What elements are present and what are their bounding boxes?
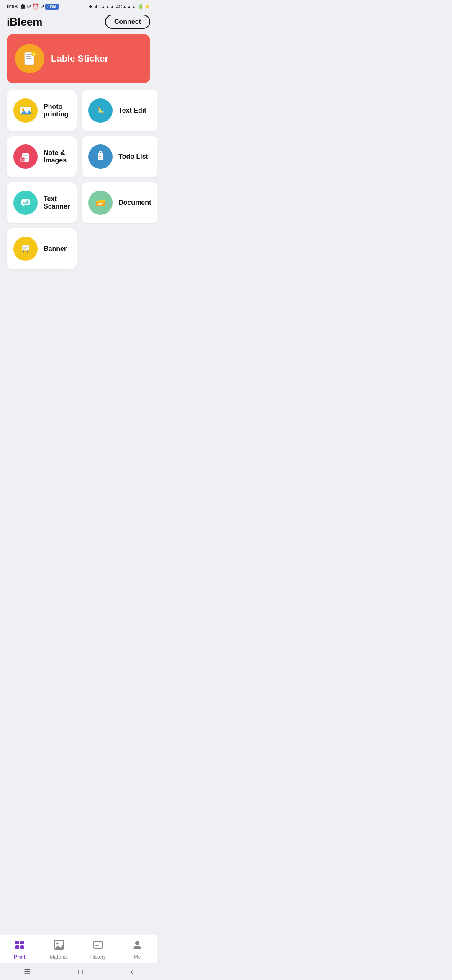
grid-item-note-images[interactable]: ✉ Note & Images xyxy=(7,136,77,177)
banner-label: Banner xyxy=(44,245,67,253)
text-edit-label: Text Edit xyxy=(118,107,146,114)
svg-rect-2 xyxy=(26,56,31,57)
banner-card-label: Lable Sticker xyxy=(51,53,108,64)
svg-rect-40 xyxy=(23,247,28,248)
document-icon xyxy=(88,191,113,215)
app-header: iBleem Connect xyxy=(0,11,157,34)
svg-rect-41 xyxy=(23,248,26,249)
note-images-label: Note & Images xyxy=(44,149,70,164)
photo-printing-icon xyxy=(13,98,38,123)
svg-rect-3 xyxy=(26,58,32,59)
banner-icon xyxy=(13,237,38,261)
status-bar: 0:08 🗑 P ⏰ P JDM ★ 4G▲▲▲ 4G▲▲▲ 🔋⚡ xyxy=(0,0,157,11)
signal-icon: 4G▲▲▲ xyxy=(95,4,114,9)
grid-item-text-scanner[interactable]: AB 中 Text Scanner xyxy=(7,182,77,223)
note-images-icon: ✉ xyxy=(13,144,38,169)
photo-printing-label: Photo printing xyxy=(44,103,70,118)
svg-point-27 xyxy=(99,151,102,154)
document-label: Document xyxy=(118,199,151,206)
todo-list-icon xyxy=(88,144,113,169)
connect-button[interactable]: Connect xyxy=(105,15,150,29)
svg-rect-44 xyxy=(22,253,25,253)
text-scanner-icon: AB 中 xyxy=(13,191,38,215)
grid-item-photo-printing[interactable]: Photo printing xyxy=(7,90,77,131)
svg-rect-24 xyxy=(99,155,102,155)
status-left: 0:08 🗑 P ⏰ P JDM xyxy=(7,3,59,10)
sticker-icon: ★ xyxy=(21,50,38,67)
svg-text:✉: ✉ xyxy=(21,158,24,161)
svg-rect-25 xyxy=(99,156,101,157)
status-icons: 🗑 P ⏰ P JDM xyxy=(20,3,59,10)
svg-text:★: ★ xyxy=(33,52,36,56)
svg-text:中: 中 xyxy=(26,201,29,204)
battery-icon: 🔋⚡ xyxy=(138,4,150,10)
status-right: ★ 4G▲▲▲ 4G▲▲▲ 🔋⚡ xyxy=(88,4,150,10)
grid-item-todo-list[interactable]: Todo List xyxy=(82,136,157,177)
banner-card[interactable]: ★ Lable Sticker xyxy=(7,34,150,83)
grid-item-document[interactable]: Document xyxy=(82,182,157,223)
text-scanner-label: Text Scanner xyxy=(44,195,70,210)
svg-rect-26 xyxy=(99,158,102,159)
status-time: 0:08 xyxy=(7,3,18,10)
svg-rect-35 xyxy=(96,202,105,206)
svg-rect-17 xyxy=(23,155,28,156)
todo-list-label: Todo List xyxy=(118,153,148,160)
feature-grid: Photo printing Text Edit xyxy=(0,90,157,269)
banner-card-icon: ★ xyxy=(15,44,44,73)
svg-rect-36 xyxy=(98,203,103,204)
bluetooth-icon: ★ xyxy=(88,4,93,10)
svg-rect-37 xyxy=(98,204,101,205)
grid-item-banner[interactable]: Banner xyxy=(7,228,77,269)
text-edit-icon xyxy=(88,98,113,123)
signal2-icon: 4G▲▲▲ xyxy=(116,4,136,9)
grid-item-text-edit[interactable]: Text Edit xyxy=(82,90,157,131)
svg-rect-45 xyxy=(26,253,29,253)
app-title: iBleem xyxy=(7,15,42,28)
